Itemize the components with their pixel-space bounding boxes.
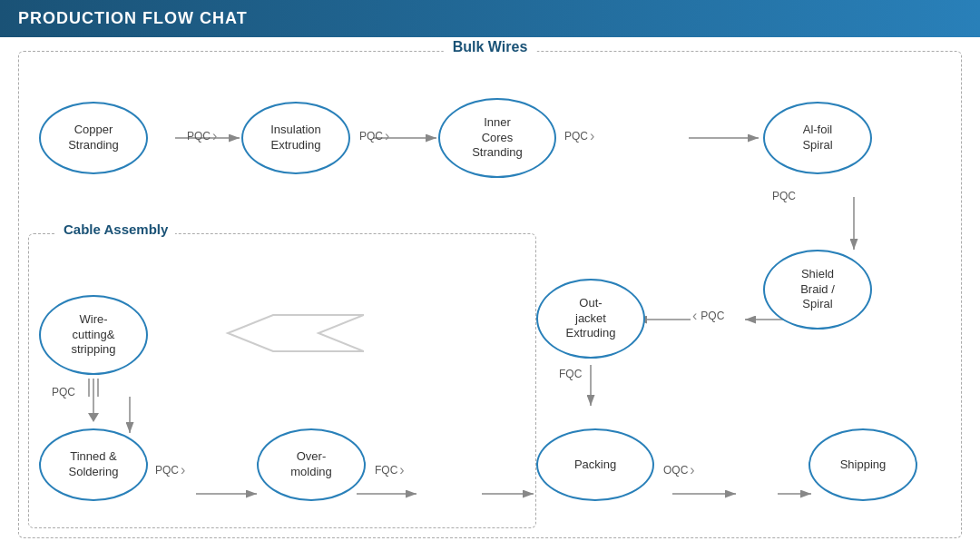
node-outjacket-extruding: Out- jacket Extruding — [536, 279, 645, 359]
bulk-wires-label: Bulk Wires — [444, 39, 537, 55]
pqc-label-4: PQC — [772, 190, 796, 202]
header-title: PRODUCTION FLOW CHAT — [18, 9, 248, 27]
pqc-label-1: PQC › — [187, 128, 217, 144]
oqc-label: OQC › — [663, 462, 695, 478]
pqc-label-5: PQC ‹ — [692, 308, 724, 324]
fqc-label-2: FQC › — [375, 462, 405, 478]
large-left-arrow — [155, 306, 364, 360]
node-wire-cutting-stripping: Wire- cutting& stripping — [39, 295, 148, 375]
main-content: Bulk Wires Cable Assembly — [0, 37, 980, 551]
fqc-label-1: FQC — [559, 368, 582, 380]
node-inner-cores-stranding: Inner Cores Stranding — [438, 98, 556, 178]
node-packing: Packing — [536, 428, 654, 501]
svg-marker-19 — [88, 413, 99, 422]
pqc-label-2: PQC › — [359, 128, 389, 144]
node-overmolding: Over- molding — [257, 428, 366, 501]
pqc-label-3: PQC › — [564, 128, 594, 144]
node-al-foil-spiral: Al-foil Spiral — [763, 102, 872, 174]
pqc-label-7: PQC › — [155, 462, 185, 478]
header: PRODUCTION FLOW CHAT — [0, 0, 980, 37]
node-tinned-soldering: Tinned & Soldering — [39, 428, 148, 501]
svg-marker-17 — [228, 315, 364, 351]
pqc-label-6: PQC — [52, 386, 75, 398]
outer-box: Bulk Wires Cable Assembly — [18, 51, 962, 538]
node-shipping: Shipping — [808, 428, 917, 501]
double-down-arrow — [84, 379, 103, 424]
node-copper-stranding: Copper Stranding — [39, 102, 148, 174]
cable-assembly-label: Cable Assembly — [56, 221, 175, 237]
node-shield-braid-spiral: Shield Braid / Spiral — [763, 250, 872, 330]
node-insulation-extruding: Insulation Extruding — [241, 102, 350, 174]
